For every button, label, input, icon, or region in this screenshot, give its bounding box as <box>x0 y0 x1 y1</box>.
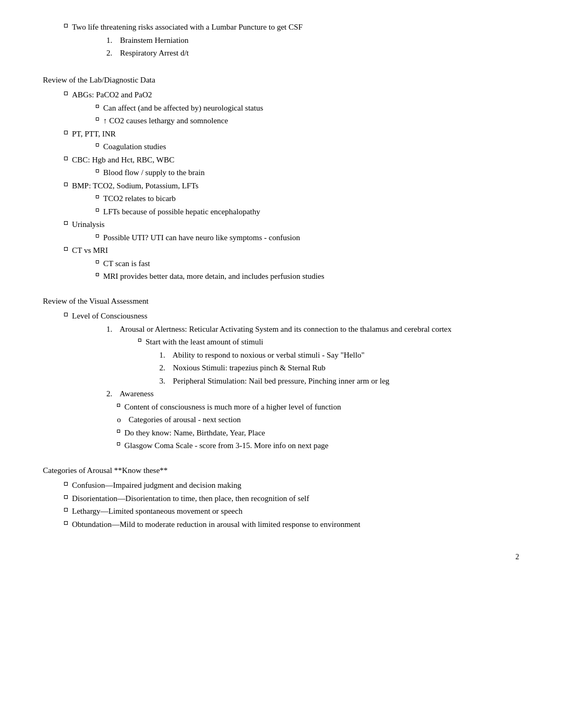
cat-item2: Disorientation—Disorientation to time, t… <box>64 493 519 505</box>
cat-lethargy-text: Lethargy—Limited spontaneous movement or… <box>72 505 519 517</box>
lab-pt-sub1: Coagulation studies <box>96 141 519 153</box>
arousal-sub3: 3. Peripheral Stimulation: Nail bed pres… <box>159 375 519 387</box>
lab-section-heading: Review of the Lab/Diagnostic Data <box>43 74 519 86</box>
bullet-sq-sm-cbc <box>96 169 99 172</box>
visual-section: Review of the Visual Assessment Level of… <box>43 295 519 452</box>
lab-mri-text: MRI provides better data, more detain, a… <box>103 270 519 283</box>
ol-num-a1: 1. <box>159 349 171 361</box>
lab-pt-label: PT, PTT, INR <box>72 128 519 140</box>
arousal-sub1-text: Ability to respond to noxious or verbal … <box>173 351 365 359</box>
bullet-sq-pt <box>64 131 68 134</box>
awareness-sub3: Do they know: Name, Birthdate, Year, Pla… <box>117 427 519 439</box>
bullet-sq-sm-ct1 <box>96 260 99 263</box>
bullet-sq-aw1 <box>117 404 120 407</box>
cat-item1: Confusion—Impaired judgment and decision… <box>64 479 519 492</box>
lab-bmp-tco2: TCO2 relates to bicarb <box>103 193 519 205</box>
awareness-sub1: Content of consciousness is much more of… <box>117 401 519 413</box>
bullet-sq-ct <box>64 247 68 251</box>
lab-cbc-sub1: Blood flow / supply to the brain <box>96 167 519 179</box>
awareness-sub4: Glasgow Coma Scale - score from 3-15. Mo… <box>117 440 519 452</box>
awareness-content-text: Content of consciousness is much more of… <box>124 401 519 413</box>
lab-ua-uti: Possible UTI? UTI can have neuro like sy… <box>103 232 519 244</box>
top-section: Two life threatening risks associated wi… <box>43 21 519 59</box>
bullet-sq-ua <box>64 221 68 225</box>
bullet-sq-sm-ua <box>96 234 99 238</box>
lab-bmp-sub1: TCO2 relates to bicarb <box>96 193 519 205</box>
level-of-consciousness-item: Level of Consciousness <box>64 310 519 322</box>
lab-ct-label: CT vs MRI <box>72 244 519 257</box>
glasgow-coma-text: Glasgow Coma Scale - score from 3-15. Mo… <box>124 440 519 452</box>
awareness-sub2: o Categories of arousal - next section <box>117 414 519 426</box>
bullet-sq-cat4 <box>64 521 68 525</box>
bullet-sq-sm-bmp1 <box>96 195 99 198</box>
lab-ua-sub1: Possible UTI? UTI can have neuro like sy… <box>96 232 519 244</box>
bullet-sq-loc <box>64 313 68 316</box>
arousal-sub2-text: Noxious Stimuli: trapezius pinch & Stern… <box>173 363 325 372</box>
bullet-sq-sm2 <box>96 117 99 121</box>
top-item1: 1. Brainstem Herniation <box>106 34 519 47</box>
o-bullet-icon: o <box>117 414 126 426</box>
awareness-know-text: Do they know: Name, Birthdate, Year, Pla… <box>124 427 519 439</box>
bullet-sq-sm-bmp2 <box>96 208 99 212</box>
page-number: 2 <box>43 551 519 562</box>
level-of-consciousness-text: Level of Consciousness <box>72 310 519 322</box>
bullet-sq-aw3 <box>117 430 120 433</box>
lab-item-ua: Urinalysis <box>64 219 519 231</box>
bullet-sq-sm <box>96 105 99 108</box>
ol-num-a2: 2. <box>159 362 171 374</box>
lab-item-ct: CT vs MRI <box>64 244 519 257</box>
cat-item4: Obtundation—Mild to moderate reduction i… <box>64 518 519 531</box>
visual-section-heading: Review of the Visual Assessment <box>43 295 519 307</box>
lab-ct-sub2: MRI provides better data, more detain, a… <box>96 270 519 283</box>
bullet-icon <box>64 24 68 28</box>
lab-ua-label: Urinalysis <box>72 219 519 231</box>
lab-bmp-label: BMP: TCO2, Sodium, Potassium, LFTs <box>72 180 519 192</box>
top-intro-item: Two life threatening risks associated wi… <box>64 21 519 33</box>
ol-num-2: 2. <box>106 47 118 59</box>
bullet-sq-sm-ct2 <box>96 273 99 276</box>
lab-section: Review of the Lab/Diagnostic Data ABGs: … <box>43 74 519 283</box>
arousal-sub1: 1. Ability to respond to noxious or verb… <box>159 349 519 361</box>
awareness-item: 2. Awareness <box>106 388 519 400</box>
awareness-label-text: Awareness <box>120 389 153 398</box>
bullet-sq-bmp <box>64 183 68 186</box>
ol-num-a3: 3. <box>159 375 171 387</box>
bullet-sq-stimuli <box>138 339 141 342</box>
lab-abgs-label: ABGs: PaCO2 and PaO2 <box>72 89 519 101</box>
lab-bmp-lft: LFTs because of possible hepatic encepha… <box>103 206 519 218</box>
bullet-sq-cat2 <box>64 495 68 499</box>
cat-obtundation-text: Obtundation—Mild to moderate reduction i… <box>72 518 519 531</box>
bullet-sq-cat3 <box>64 508 68 512</box>
lab-abgs-sub2-text: ↑ CO2 causes lethargy and somnolence <box>103 115 519 127</box>
lab-item-bmp: BMP: TCO2, Sodium, Potassium, LFTs <box>64 180 519 192</box>
bullet-sq-cat1 <box>64 482 68 486</box>
bullet-sq-cbc <box>64 157 68 160</box>
arousal-sub2: 2. Noxious Stimuli: trapezius pinch & St… <box>159 362 519 374</box>
cat-item3: Lethargy—Limited spontaneous movement or… <box>64 505 519 517</box>
lab-bmp-sub2: LFTs because of possible hepatic encepha… <box>96 206 519 218</box>
arousal-start-stimuli: Start with the least amount of stimuli <box>138 336 519 348</box>
ol-num-awareness: 2. <box>106 388 118 400</box>
lab-abgs-sub2: ↑ CO2 causes lethargy and somnolence <box>96 115 519 127</box>
ol-num-1: 1. <box>106 34 118 47</box>
bullet-sq <box>64 92 68 95</box>
cat-disorientation-text: Disorientation—Disorientation to time, t… <box>72 493 519 505</box>
arousal-start-text: Start with the least amount of stimuli <box>146 336 519 348</box>
top-intro-text: Two life threatening risks associated wi… <box>72 21 519 33</box>
lab-ct-sub1: CT scan is fast <box>96 258 519 270</box>
lab-item-pt: PT, PTT, INR <box>64 128 519 140</box>
lab-abgs-sub1: Can affect (and be affected by) neurolog… <box>96 102 519 114</box>
arousal-item: 1. Arousal or Alertness: Reticular Activ… <box>106 323 519 335</box>
respiratory-arrest-text: Respiratory Arrest d/t <box>120 49 189 57</box>
bullet-sq-sm-pt <box>96 143 99 147</box>
bullet-sq-aw4 <box>117 442 120 445</box>
lab-item-abgs: ABGs: PaCO2 and PaO2 <box>64 89 519 101</box>
categories-of-arousal-text: Categories of arousal - next section <box>129 414 519 426</box>
coagulation-studies-text: Coagulation studies <box>103 141 519 153</box>
arousal-sub3-text: Peripheral Stimulation: Nail bed pressur… <box>173 377 389 385</box>
categories-section: Categories of Arousal **Know these** Con… <box>43 465 519 531</box>
arousal-label-text: Arousal or Alertness: Reticular Activati… <box>120 325 451 333</box>
top-item2: 2. Respiratory Arrest d/t <box>106 47 519 59</box>
categories-heading: Categories of Arousal **Know these** <box>43 465 519 477</box>
lab-item-cbc: CBC: Hgb and Hct, RBC, WBC <box>64 154 519 166</box>
